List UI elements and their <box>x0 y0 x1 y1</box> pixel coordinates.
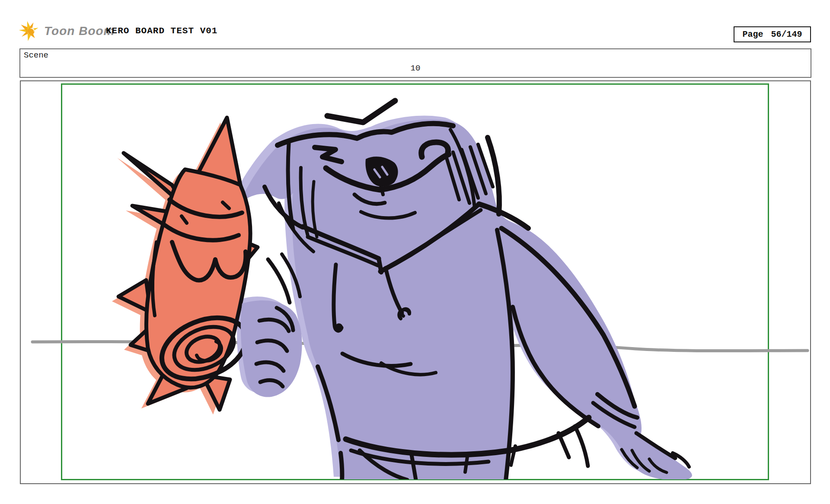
toonboom-logo-text: Toon Boom <box>44 24 115 38</box>
page-label: Page <box>742 29 763 39</box>
scene-number: 10 <box>20 64 811 73</box>
board-title: KERO BOARD TEST V01 <box>106 26 217 36</box>
scene-label: Scene <box>24 51 48 60</box>
camera-frame <box>61 83 769 480</box>
scene-box: Scene 10 <box>19 48 811 78</box>
page-value: 56/149 <box>771 29 802 39</box>
toonboom-starburst-icon <box>18 19 43 44</box>
page-number-box: Page 56/149 <box>734 26 811 42</box>
storyboard-page: Toon Boom KERO BOARD TEST V01 Page 56/14… <box>0 0 830 504</box>
